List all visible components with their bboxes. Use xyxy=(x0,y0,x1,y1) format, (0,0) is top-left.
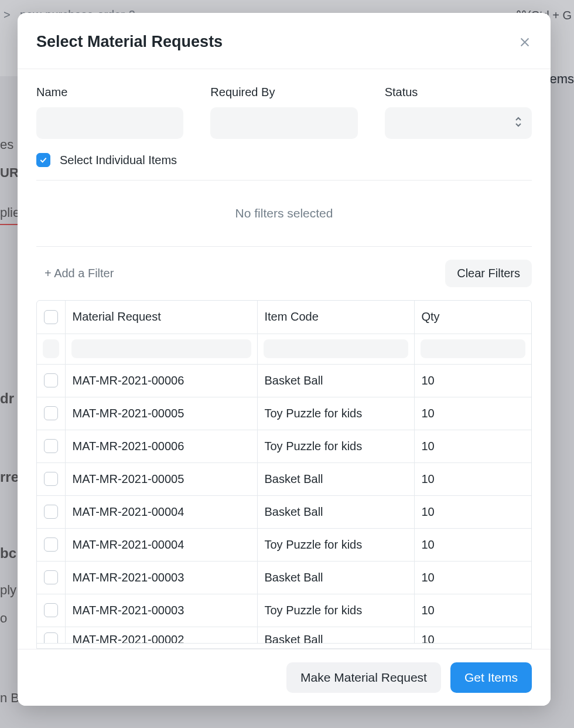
cell-material-request: MAT-MR-2021-00005 xyxy=(65,462,257,495)
row-checkbox[interactable] xyxy=(44,538,58,552)
cell-item-code: Toy Puzzle for kids xyxy=(257,397,414,430)
cell-qty: 10 xyxy=(414,561,531,594)
header-checkbox-cell xyxy=(37,301,65,334)
table-row[interactable]: MAT-MR-2021-00003Basket Ball10 xyxy=(37,561,531,594)
filter-fields-row: Name Required By Status xyxy=(36,86,532,139)
dialog-header: Select Material Requests xyxy=(18,13,551,69)
row-checkbox[interactable] xyxy=(44,373,58,387)
cell-material-request: MAT-MR-2021-00003 xyxy=(65,561,257,594)
header-qty: Qty xyxy=(414,301,531,334)
clear-filters-button[interactable]: Clear Filters xyxy=(445,260,532,287)
cell-qty: 10 xyxy=(414,430,531,462)
results-table-wrap: Material Request Item Code Qty MAT-MR-20… xyxy=(36,300,532,649)
filter-field-status: Status xyxy=(385,86,532,139)
table-row[interactable]: MAT-MR-2021-00006Toy Puzzle for kids10 xyxy=(37,430,531,462)
table-row[interactable]: MAT-MR-2021-00006Basket Ball10 xyxy=(37,364,531,397)
filter-actions-row: + Add a Filter Clear Filters xyxy=(36,247,532,300)
table-row[interactable]: MAT-MR-2021-00003Toy Puzzle for kids10 xyxy=(37,594,531,627)
row-checkbox[interactable] xyxy=(44,632,58,643)
close-icon xyxy=(518,36,531,49)
close-button[interactable] xyxy=(518,35,532,49)
col-filter-item-code[interactable] xyxy=(264,339,408,358)
select-individual-label: Select Individual Items xyxy=(60,154,177,167)
cell-qty: 10 xyxy=(414,594,531,627)
row-checkbox[interactable] xyxy=(44,472,58,486)
filter-field-required-by: Required By xyxy=(210,86,357,139)
table-row-partial[interactable]: MAT-MR-2021-00002Basket Ball10 xyxy=(37,627,531,643)
dialog-title: Select Material Requests xyxy=(36,33,223,51)
cell-item-code: Basket Ball xyxy=(257,462,414,495)
row-checkbox[interactable] xyxy=(44,505,58,519)
cell-qty: 10 xyxy=(414,397,531,430)
cell-material-request: MAT-MR-2021-00003 xyxy=(65,594,257,627)
row-checkbox[interactable] xyxy=(44,406,58,420)
cell-material-request: MAT-MR-2021-00006 xyxy=(65,430,257,462)
cell-qty: 10 xyxy=(414,495,531,528)
select-individual-row: Select Individual Items xyxy=(36,153,532,167)
select-individual-checkbox[interactable] xyxy=(36,153,50,167)
name-label: Name xyxy=(36,86,183,99)
col-filter-check xyxy=(43,339,59,358)
status-select[interactable] xyxy=(385,107,532,139)
status-label: Status xyxy=(385,86,532,99)
make-material-request-button[interactable]: Make Material Request xyxy=(286,662,441,693)
cell-item-code: Toy Puzzle for kids xyxy=(257,430,414,462)
cell-item-code: Toy Puzzle for kids xyxy=(257,594,414,627)
select-all-checkbox[interactable] xyxy=(44,310,58,324)
cell-material-request: MAT-MR-2021-00006 xyxy=(65,364,257,397)
filter-field-name: Name xyxy=(36,86,183,139)
select-material-requests-dialog: Select Material Requests Name Required B… xyxy=(18,13,551,706)
cell-item-code: Toy Puzzle for kids xyxy=(257,528,414,561)
cell-qty: 10 xyxy=(414,627,531,643)
cell-qty: 10 xyxy=(414,528,531,561)
cell-item-code: Basket Ball xyxy=(257,495,414,528)
dialog-footer: Make Material Request Get Items xyxy=(18,649,551,706)
dialog-body: Name Required By Status Sel xyxy=(18,69,551,649)
row-checkbox[interactable] xyxy=(44,603,58,617)
table-row[interactable]: MAT-MR-2021-00004Toy Puzzle for kids10 xyxy=(37,528,531,561)
no-filters-text: No filters selected xyxy=(36,181,532,246)
row-checkbox[interactable] xyxy=(44,439,58,453)
required-by-input[interactable] xyxy=(210,107,357,139)
cell-item-code: Basket Ball xyxy=(257,561,414,594)
row-checkbox[interactable] xyxy=(44,570,58,584)
col-filter-material-request[interactable] xyxy=(71,339,251,358)
table-row[interactable]: MAT-MR-2021-00004Basket Ball10 xyxy=(37,495,531,528)
cell-item-code: Basket Ball xyxy=(257,364,414,397)
col-filter-qty[interactable] xyxy=(421,339,526,358)
cell-material-request: MAT-MR-2021-00002 xyxy=(65,627,257,643)
table-row[interactable]: MAT-MR-2021-00005Basket Ball10 xyxy=(37,462,531,495)
cell-qty: 10 xyxy=(414,462,531,495)
cell-qty: 10 xyxy=(414,364,531,397)
cell-material-request: MAT-MR-2021-00004 xyxy=(65,528,257,561)
add-filter-button[interactable]: + Add a Filter xyxy=(36,267,114,280)
name-input[interactable] xyxy=(36,107,183,139)
cell-material-request: MAT-MR-2021-00004 xyxy=(65,495,257,528)
table-header-row: Material Request Item Code Qty xyxy=(37,301,531,334)
header-material-request: Material Request xyxy=(65,301,257,334)
cell-material-request: MAT-MR-2021-00005 xyxy=(65,397,257,430)
get-items-button[interactable]: Get Items xyxy=(450,662,532,693)
required-by-label: Required By xyxy=(210,86,357,99)
cell-item-code: Basket Ball xyxy=(257,627,414,643)
table-row[interactable]: MAT-MR-2021-00005Toy Puzzle for kids10 xyxy=(37,397,531,430)
table-column-filter-row xyxy=(37,334,531,364)
results-table: Material Request Item Code Qty MAT-MR-20… xyxy=(37,301,531,644)
header-item-code: Item Code xyxy=(257,301,414,334)
